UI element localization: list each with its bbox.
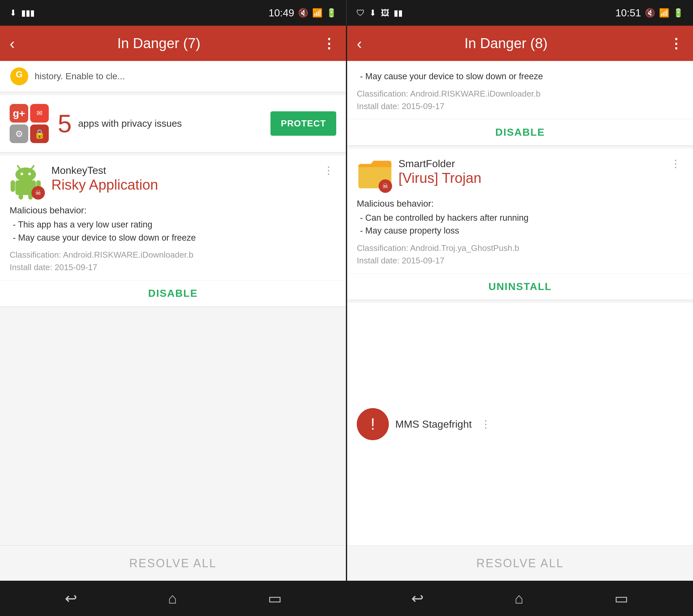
settings-icon: ⚙ [9, 124, 28, 143]
left-threat-card: ☠ MonkeyTest Risky Application ⋮ Malicio… [0, 155, 346, 306]
android-icon-container: ☠ [9, 164, 45, 200]
left-more-button[interactable]: ⋮ [322, 36, 336, 51]
left-threat-card-inner: ☠ MonkeyTest Risky Application ⋮ Malicio… [0, 155, 346, 280]
shield-icon: 🛡 [356, 8, 365, 18]
left-top-snippet: G history. Enable to cle... [0, 61, 346, 92]
right-top-disable-button[interactable]: DISABLE [495, 126, 545, 138]
right-status-bar: 🛡 ⬇ 🖼 ▮▮ 10:51 🔇 📶 🔋 [347, 0, 693, 26]
left-install-date-label: Install date: [9, 262, 52, 272]
mute-icon-left: 🔇 [298, 8, 308, 18]
left-home-nav-button[interactable]: ⌂ [168, 590, 177, 607]
svg-point-6 [28, 173, 31, 175]
svg-point-5 [21, 173, 23, 175]
svg-rect-10 [19, 194, 23, 200]
mute-icon-right: 🔇 [645, 8, 655, 18]
snippet-text-content: history. Enable to cle... [35, 71, 125, 81]
left-status-icons: ⬇ ▮▮▮ [9, 8, 35, 18]
right-panel: ‹ In Danger (8) ⋮ - May cause your devic… [347, 26, 693, 581]
gplus-icon: g+ [9, 104, 28, 123]
right-smartfolder-card: ☠ SmartFolder [Virus] Trojan ⋮ Malicious… [347, 148, 693, 300]
right-uninstall-button[interactable]: UNINSTALL [489, 281, 552, 293]
right-install-value: 2015-09-17 [402, 256, 444, 265]
left-bottom-nav: ↩ ⌂ ▭ [0, 581, 346, 616]
right-partial-more[interactable]: ⋮ [478, 418, 493, 430]
battery-icon-left: 🔋 [326, 8, 337, 18]
bottom-nav: ↩ ⌂ ▭ ↩ ⌂ ▭ [0, 581, 693, 616]
right-back-nav-button[interactable]: ↩ [411, 590, 424, 607]
right-app-name: SmartFolder [398, 158, 661, 170]
right-resolve-all-button[interactable]: RESOLVE ALL [476, 557, 564, 570]
left-header-title: In Danger (7) [21, 35, 296, 51]
right-app-header: ‹ In Danger (8) ⋮ [347, 26, 693, 61]
svg-text:G: G [16, 69, 23, 79]
right-top-action-bar: DISABLE [347, 119, 693, 145]
left-app-header: ‹ In Danger (7) ⋮ [0, 26, 346, 61]
right-header-title: In Danger (8) [368, 35, 644, 51]
right-resolve-all-bar: RESOLVE ALL [347, 545, 693, 581]
right-top-install-value: 2015-09-17 [402, 101, 444, 111]
svg-rect-8 [11, 180, 15, 192]
left-install-date-value: 2015-09-17 [55, 262, 97, 272]
bars-icon: ▮▮▮ [21, 8, 35, 18]
wifi-icon-left: 📶 [312, 8, 322, 18]
right-classification-label: Classification: [357, 243, 408, 253]
left-threat-more[interactable]: ⋮ [321, 164, 336, 176]
folder-icon-container: ☠ [357, 158, 392, 193]
left-status-right: 10:49 🔇 📶 🔋 [269, 7, 337, 19]
image-icon: 🖼 [381, 8, 389, 18]
bars-icon-r: ▮▮ [394, 8, 403, 18]
right-home-nav-button[interactable]: ⌂ [515, 590, 523, 607]
left-recents-nav-button[interactable]: ▭ [268, 590, 282, 607]
download-icon-r: ⬇ [369, 8, 376, 18]
right-smartfolder-inner: ☠ SmartFolder [Virus] Trojan ⋮ Malicious… [347, 148, 693, 273]
left-threat-title-area: MonkeyTest Risky Application [51, 164, 314, 194]
left-behavior-item-1: - This app has a very low user rating [9, 218, 336, 231]
right-threat-more[interactable]: ⋮ [668, 158, 684, 170]
lock-icon: 🔒 [30, 124, 49, 143]
left-snippet-text: G history. Enable to cle... [9, 67, 336, 86]
google-logo-icon: G [9, 67, 29, 86]
left-behavior-title: Malicious behavior: [9, 205, 336, 216]
right-install-date: Install date: 2015-09-17 [357, 254, 684, 267]
left-classification: Classification: Android.RISKWARE.iDownlo… [9, 249, 336, 261]
left-panel-content: G history. Enable to cle... g+ ✉ ⚙ [0, 61, 346, 545]
right-back-button[interactable]: ‹ [357, 35, 362, 52]
right-status-icons: 🛡 ⬇ 🖼 ▮▮ [356, 8, 403, 18]
left-action-bar: DISABLE [0, 280, 346, 306]
right-behavior-item-2: - May cause property loss [357, 224, 684, 237]
privacy-card: g+ ✉ ⚙ 🔒 5 apps with privacy issues PROT… [0, 95, 346, 152]
left-resolve-all-bar: RESOLVE ALL [0, 545, 346, 581]
right-top-card: - May cause your device to slow down or … [347, 61, 693, 145]
protect-button[interactable]: PROTECT [271, 111, 336, 136]
right-classification-value: Android.Troj.ya_GhostPush.b [410, 243, 519, 253]
right-more-button[interactable]: ⋮ [669, 36, 684, 51]
right-threat-header: ☠ SmartFolder [Virus] Trojan ⋮ [357, 158, 684, 193]
left-resolve-all-button[interactable]: RESOLVE ALL [129, 557, 217, 570]
right-classification: Classification: Android.Troj.ya_GhostPus… [357, 242, 684, 254]
privacy-text: apps with privacy issues [78, 117, 264, 130]
left-disable-button[interactable]: DISABLE [148, 287, 198, 299]
right-top-install-label: Install date: [357, 101, 399, 111]
skull-badge: ☠ [32, 186, 45, 200]
right-top-behavior-item: - May cause your device to slow down or … [357, 70, 684, 83]
right-partial-card: ! MMS Stagefright ⋮ [347, 303, 693, 546]
left-back-nav-button[interactable]: ↩ [65, 590, 77, 607]
left-classification-value: Android.RISKWARE.iDownloader.b [63, 250, 194, 260]
right-partial-app-name: MMS Stagefright [395, 418, 472, 430]
right-threat-description: Malicious behavior: - Can be controlled … [357, 199, 684, 237]
right-threat-title-area: SmartFolder [Virus] Trojan [398, 158, 661, 187]
right-recents-nav-button[interactable]: ▭ [614, 590, 628, 607]
wifi-icon-right: 📶 [659, 8, 669, 18]
privacy-app-icons: g+ ✉ ⚙ 🔒 [9, 104, 51, 143]
left-app-name: MonkeyTest [51, 164, 314, 176]
right-top-classification-label: Classification: [357, 89, 408, 99]
right-behavior-item-1: - Can be controlled by hackers after run… [357, 212, 684, 224]
right-time: 10:51 [615, 7, 641, 19]
left-time: 10:49 [269, 7, 294, 19]
svg-point-4 [15, 167, 36, 182]
right-top-description: - May cause your device to slow down or … [357, 70, 684, 83]
left-back-button[interactable]: ‹ [9, 35, 15, 52]
folder-skull-badge: ☠ [379, 179, 392, 193]
left-threat-description: Malicious behavior: - This app has a ver… [9, 205, 336, 244]
right-top-card-inner: - May cause your device to slow down or … [347, 61, 693, 119]
